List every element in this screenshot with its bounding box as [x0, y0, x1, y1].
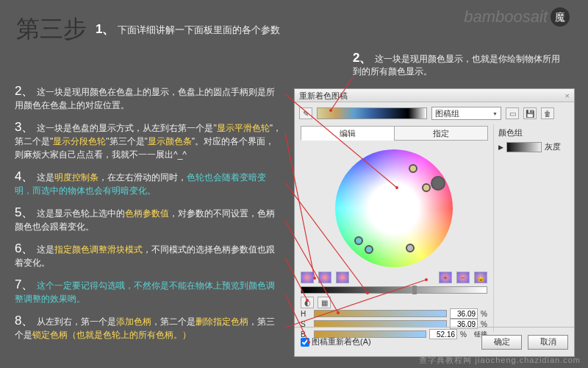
swatch-gradient — [506, 142, 542, 152]
hl: 显示分段色轮 — [53, 136, 106, 146]
brightness-slider[interactable] — [301, 286, 487, 294]
checkbox-text: 图稿重新着色(A) — [312, 336, 371, 347]
t: 这一块是色盘的显示方式，从左到右第一个是" — [37, 123, 216, 133]
hl: 显示平滑色轮 — [217, 123, 270, 133]
panel-title: 重新着色图稿 — [299, 89, 348, 102]
annotation-2-number: 2、 — [353, 51, 372, 65]
item-number: 3、 — [15, 120, 34, 134]
h-slider[interactable] — [314, 310, 447, 317]
t: 这是 — [37, 244, 54, 255]
smooth-wheel-icon[interactable] — [301, 272, 314, 283]
expand-icon[interactable]: ▶ — [498, 144, 503, 151]
hl: 显示颜色条 — [148, 136, 192, 146]
item-number: 7、 — [15, 277, 34, 291]
tab-assign[interactable]: 指定 — [394, 126, 488, 141]
hl-cyan: 这个一定要记得勾选哦，不然你是不能在物体上预览到颜色调整调整的效果哟。 — [15, 280, 275, 304]
save-icon[interactable]: 💾 — [523, 107, 537, 119]
left-annotations: 2、这一块是现用颜色在色盘上的显示，色盘上的圆点手柄则是所用颜色在色盘上的对应位… — [15, 85, 283, 350]
panel-top-row: ✎ 图稿组 ▭ 💾 🗑 — [295, 102, 574, 124]
color-bars-icon[interactable] — [336, 272, 349, 283]
trash-icon[interactable]: 🗑 — [541, 107, 554, 119]
brand: bamboosait — [464, 7, 570, 26]
eyedropper-icon[interactable]: ✎ — [299, 107, 312, 119]
unit: % — [481, 310, 487, 318]
current-colors-bar[interactable] — [317, 107, 427, 119]
hl: 锁定色柄（也就是色轮上的所有色柄。） — [32, 330, 191, 340]
panel-left-column: 编辑 指定 + − 🔒 ◐ — [295, 124, 493, 332]
color-groups-label: 颜色组 — [498, 127, 570, 138]
color-handle[interactable] — [365, 245, 373, 254]
annotation-2: 2、这一块是现用颜色显示，也就是你绘制物体所用到的所有颜色显示。 — [353, 52, 566, 78]
lock-handle-icon[interactable]: 🔒 — [474, 272, 487, 283]
color-handle[interactable] — [354, 236, 363, 245]
color-wheel[interactable] — [335, 149, 453, 267]
panel-footer: 图稿重新着色(A) 确定 取消 — [295, 327, 574, 356]
hl: 色柄参数值 — [125, 208, 169, 219]
ok-button[interactable]: 确定 — [481, 335, 522, 350]
cancel-button[interactable]: 取消 — [528, 335, 568, 350]
color-group-item[interactable]: ▶ 灰度 — [498, 141, 570, 152]
hl: 添加色柄 — [116, 316, 151, 327]
hl: 指定颜色调整滑块模式 — [54, 244, 143, 255]
item-number: 4、 — [15, 169, 34, 183]
slider-mode-icons: ◐ ▦ — [301, 297, 487, 308]
intro-number: 1、 — [96, 22, 115, 36]
annotation-item-6: 6、这是指定颜色调整滑块模式，不同模式的选择色柄参数值也跟着变化。 — [15, 242, 283, 269]
t: ，第二个是 — [151, 316, 196, 327]
item-number: 5、 — [15, 205, 34, 219]
item-number: 2、 — [15, 84, 34, 98]
segment-wheel-icon[interactable] — [318, 272, 331, 283]
recolor-panel: 重新着色图稿× ✎ 图稿组 ▭ 💾 🗑 编辑 指定 — [294, 88, 575, 357]
h-param-row: H% — [301, 308, 487, 319]
annotation-item-8: 8、从左到右，第一个是添加色柄，第二个是删除指定色柄，第三个是锁定色柄（也就是色… — [15, 314, 283, 342]
annotation-item-2: 2、这一块是现用颜色在色盘上的显示，色盘上的圆点手柄则是所用颜色在色盘上的对应位… — [15, 85, 283, 112]
annotation-item-5: 5、这是显示色轮上选中的色柄参数值，对参数的不同设置，色柄颜色也会跟着变化。 — [15, 206, 283, 233]
page-title: 第三步 — [16, 13, 87, 46]
slider-mode-icon[interactable]: ▦ — [318, 297, 331, 308]
h-label: H — [301, 310, 311, 318]
remove-handle-icon[interactable]: − — [456, 272, 470, 283]
h-input[interactable] — [450, 308, 478, 319]
add-handle-icon[interactable]: + — [439, 272, 452, 283]
panel-right-column: 颜色组 ▶ 灰度 — [493, 124, 574, 332]
color-handle[interactable] — [406, 244, 415, 252]
intro-text: 下面详细讲解一下面板里面的各个参数 — [118, 24, 280, 35]
recolor-checkbox[interactable] — [301, 338, 309, 347]
slider-mode-icon[interactable]: ◐ — [301, 297, 314, 308]
tab-edit[interactable]: 编辑 — [301, 126, 395, 141]
t: 这是 — [37, 172, 54, 183]
panel-titlebar: 重新着色图稿× — [295, 89, 574, 102]
recolor-checkbox-label[interactable]: 图稿重新着色(A) — [301, 336, 371, 347]
annotation-item-3: 3、这一块是色盘的显示方式，从左到右第一个是"显示平滑色轮"，第二个是"显示分段… — [15, 121, 283, 161]
color-handle-active[interactable] — [431, 176, 445, 191]
annotation-2-text: 这一块是现用颜色显示，也就是你绘制物体所用到的所有颜色显示。 — [353, 54, 560, 77]
intro-line: 1、下面详细讲解一下面板里面的各个参数 — [96, 21, 280, 38]
t: ，在左右滑动的同时， — [98, 172, 187, 183]
item-number: 6、 — [15, 241, 34, 255]
item-number: 8、 — [15, 314, 34, 328]
item-text: 这一块是现用颜色在色盘上的显示，色盘上的圆点手柄则是所用颜色在色盘上的对应位置。 — [15, 87, 275, 110]
preset-select[interactable]: 图稿组 — [431, 107, 501, 120]
hl: 明度控制条 — [54, 172, 98, 183]
annotation-item-7: 7、这个一定要记得勾选哦，不然你是不能在物体上预览到颜色调整调整的效果哟。 — [15, 278, 283, 305]
preset-label: 图稿组 — [435, 108, 459, 119]
t: 从左到右，第一个是 — [37, 316, 116, 327]
color-handle[interactable] — [422, 183, 431, 192]
annotation-item-4: 4、这是明度控制条，在左右滑动的同时，色轮也会随着变暗变明，而选中的物体也会有明… — [15, 170, 283, 197]
swatch-name: 灰度 — [545, 141, 561, 152]
close-icon[interactable]: × — [565, 89, 570, 102]
wheel-mode-icons: + − 🔒 — [301, 272, 487, 283]
folder-icon[interactable]: ▭ — [506, 107, 519, 119]
t: 这是显示色轮上选中的 — [37, 208, 125, 219]
tabs: 编辑 指定 — [301, 126, 487, 141]
color-handle[interactable] — [409, 164, 417, 173]
hl: 删除指定色柄 — [196, 316, 248, 327]
watermark: 查字典教程网 jiaocheng.chazidian.com — [419, 355, 581, 366]
t: "第三个是" — [106, 136, 148, 146]
